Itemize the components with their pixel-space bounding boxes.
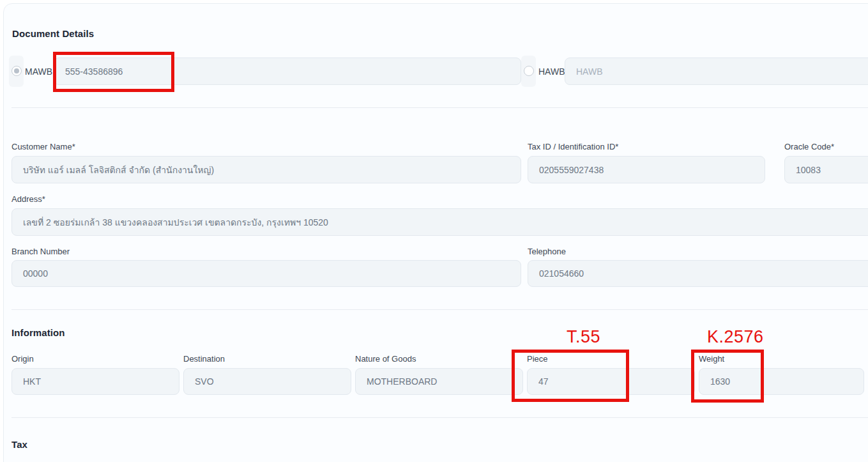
origin-label: Origin — [11, 354, 34, 364]
customer-name-input[interactable] — [11, 156, 521, 183]
nature-of-goods-input[interactable] — [355, 368, 523, 395]
destination-input[interactable] — [183, 368, 351, 395]
hawb-input[interactable] — [565, 58, 868, 85]
origin-input[interactable] — [11, 368, 179, 395]
hawb-radio[interactable] — [524, 66, 534, 76]
tax-id-input[interactable] — [528, 156, 765, 183]
document-details-heading: Document Details — [12, 28, 94, 39]
tax-id-label: Tax ID / Identification ID* — [528, 142, 618, 151]
destination-label: Destination — [183, 354, 225, 364]
weight-input[interactable] — [699, 368, 864, 395]
piece-input[interactable] — [527, 368, 695, 395]
mawb-input[interactable] — [54, 58, 521, 85]
section-divider — [11, 107, 868, 108]
address-input[interactable] — [11, 208, 868, 236]
nature-of-goods-label: Nature of Goods — [355, 354, 416, 364]
branch-number-input[interactable] — [11, 260, 521, 287]
telephone-label: Telephone — [528, 247, 566, 256]
mawb-radio[interactable] — [11, 66, 22, 76]
oracle-code-label: Oracle Code* — [784, 142, 834, 151]
information-heading: Information — [11, 327, 65, 338]
branch-number-label: Branch Number — [11, 247, 70, 256]
oracle-code-input[interactable] — [784, 156, 868, 183]
hawb-radio-label: HAWB — [538, 66, 565, 77]
telephone-input[interactable] — [528, 260, 868, 287]
mawb-radio-label: MAWB — [25, 66, 52, 77]
section-divider — [11, 417, 868, 418]
customer-name-label: Customer Name* — [11, 142, 75, 151]
tax-heading: Tax — [11, 439, 27, 450]
address-label: Address* — [11, 194, 45, 204]
weight-label: Weight — [699, 354, 724, 364]
section-divider — [11, 309, 868, 310]
piece-label: Piece — [527, 354, 548, 364]
